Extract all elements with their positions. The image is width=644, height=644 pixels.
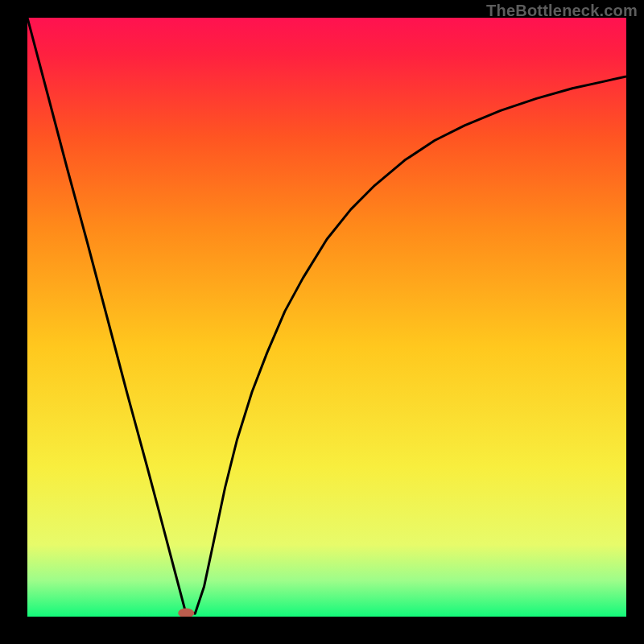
curve-layer [27, 18, 626, 617]
minimum-marker [178, 609, 194, 617]
watermark-text: TheBottleneck.com [486, 2, 638, 20]
chart-frame: TheBottleneck.com [0, 0, 644, 644]
bottleneck-curve [27, 18, 626, 613]
plot-area [27, 18, 626, 617]
